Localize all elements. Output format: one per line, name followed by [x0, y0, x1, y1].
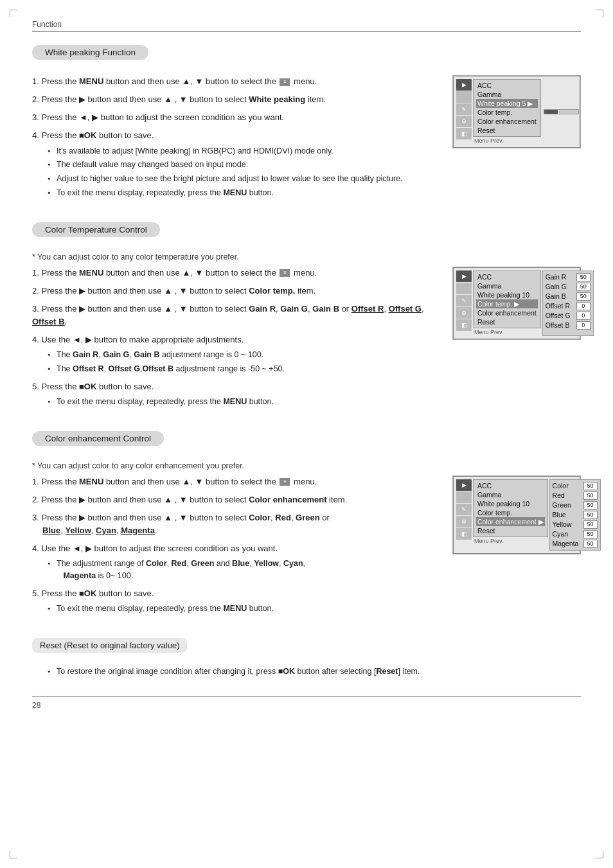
- page-footer: 28: [32, 696, 581, 710]
- color-enhance-note: * You can adjust color to any color enha…: [32, 461, 581, 470]
- bullet-item: The default value may changed based on i…: [48, 159, 440, 171]
- menu-icon: ≡: [280, 269, 290, 277]
- gain-r-val: 50: [576, 273, 591, 281]
- step-num: 5.: [32, 382, 41, 391]
- red-row: Red50: [553, 491, 598, 500]
- green-val: 50: [583, 501, 598, 509]
- offset-b-val: 0: [576, 321, 591, 330]
- step-ct-2: 2. Press the ▶ button and then use ▲ , ▼…: [32, 285, 440, 297]
- offset-g-val: 0: [576, 312, 591, 320]
- bullet-item: Adjust to higher value to see the bright…: [48, 173, 440, 185]
- step-num: 1.: [32, 76, 41, 86]
- color-enhance-text: 1. Press the MENU button and then use ▲,…: [32, 475, 440, 620]
- reset-title: Reset (Reset to original factory value): [32, 638, 187, 653]
- menu-icon-3: ✎: [456, 295, 472, 306]
- step-num: 2.: [32, 94, 41, 104]
- menu-icon-3: ✎: [456, 504, 472, 515]
- step-num: 3.: [32, 304, 41, 314]
- magenta-row: Magenta50: [553, 539, 598, 549]
- green-row: Green50: [553, 500, 598, 510]
- step-num: 2.: [32, 286, 41, 296]
- offset-g-row: Offset G0: [546, 311, 591, 321]
- menu-reset: Reset: [476, 126, 538, 135]
- step-wp-1: 1. Press the MENU button and then use ▲,…: [32, 75, 440, 88]
- step-num: 2.: [32, 495, 41, 504]
- ce-bullets-4: The adjustment range of Color, Red, Gree…: [48, 558, 440, 582]
- slider-bar: [544, 109, 579, 114]
- menu-footer-ct: Menu Prev.: [473, 328, 541, 336]
- gain-b-row: Gain B50: [546, 292, 591, 301]
- color-temp-note: * You can adjust color to any color temp…: [32, 252, 581, 261]
- color-temp-menu: ▶ ✎ ⚙ ◧ ACC Gamma White peaking 10 Color…: [452, 267, 581, 340]
- menu-right-ct: Gain R50 Gain G50 Gain B50 Offset R0 Off…: [542, 270, 594, 336]
- bullet-item: It's available to adjust [White peaking]…: [48, 145, 440, 157]
- offset-b-row: Offset B0: [546, 321, 591, 330]
- gain-g-row: Gain G50: [546, 282, 591, 292]
- step-ce-4: 4. Use the ◄, ▶ button to adjust the scr…: [32, 542, 440, 582]
- menu-icon: ≡: [280, 78, 290, 86]
- menu-gamma: Gamma: [476, 490, 545, 499]
- offset-r-row: Offset R0: [546, 301, 591, 311]
- step-num: 5.: [32, 589, 41, 598]
- step-num: 4.: [32, 130, 41, 140]
- white-peaking-row: 1. Press the MENU button and then use ▲,…: [32, 75, 581, 204]
- reset-bullets: To restore the original image condition …: [48, 666, 581, 678]
- menu-color-enhance: Color enhancement: [476, 308, 538, 317]
- reset-bullet: To restore the original image condition …: [48, 666, 581, 678]
- menu-reset: Reset: [476, 317, 538, 326]
- yellow-row: Yellow50: [553, 520, 598, 529]
- step-ce-2: 2. Press the ▶ button and then use ▲ , ▼…: [32, 493, 440, 506]
- step-num: 1.: [32, 477, 41, 486]
- white-peaking-menu: ▶ ✎ ⚙ ◧ ACC Gamma White peaking 5 ▶ Colo…: [452, 75, 581, 148]
- menu-icon-2: [456, 492, 472, 503]
- wp-bullets: It's available to adjust [White peaking]…: [48, 145, 440, 199]
- color-temp-row: 1. Press the MENU button and then use ▲,…: [32, 267, 581, 413]
- color-enhance-title: Color enhancement Control: [32, 431, 164, 446]
- cyan-val: 50: [583, 530, 598, 538]
- menu-icon-2: [456, 283, 472, 294]
- menu-right-ce: Color50 Red50 Green50 Blue50 Yellow50 Cy…: [549, 479, 601, 551]
- step-num: 4.: [32, 335, 41, 344]
- step-num: 3.: [32, 112, 41, 122]
- step-ct-1: 1. Press the MENU button and then use ▲,…: [32, 267, 440, 279]
- magenta-val: 50: [583, 540, 598, 548]
- menu-icon-5: ◧: [456, 528, 472, 540]
- step-wp-2: 2. Press the ▶ button and then use ▲ , ▼…: [32, 93, 440, 106]
- menu-icon-2: [456, 91, 472, 103]
- color-enhance-row: 1. Press the MENU button and then use ▲,…: [32, 475, 581, 620]
- step-ce-5: 5. Press the ■OK button to save. To exit…: [32, 587, 440, 615]
- step-num: 4.: [32, 544, 41, 553]
- color-temp-text: 1. Press the MENU button and then use ▲,…: [32, 267, 440, 413]
- menu-icon-5: ◧: [456, 319, 472, 331]
- step-ce-3: 3. Press the ▶ button and then use ▲ , ▼…: [32, 511, 440, 537]
- ct-bullets-5: To exit the menu display, repeatedly, pr…: [48, 396, 440, 408]
- bullet-item: The adjustment range of Color, Red, Gree…: [48, 558, 440, 582]
- menu-icon-1: ▶: [456, 479, 472, 491]
- white-peaking-section: White peaking Function 1. Press the MENU…: [32, 45, 581, 204]
- ok-bold: ■OK: [79, 130, 96, 140]
- menu-icon-3: ✎: [456, 103, 472, 115]
- menu-white-peaking: White peaking 5 ▶: [476, 99, 538, 108]
- yellow-val: 50: [583, 520, 598, 529]
- slider-fill: [544, 110, 558, 114]
- ct-bullets-4: The Gain R, Gain G, Gain B adjustment ra…: [48, 349, 440, 375]
- page-number: 28: [32, 701, 40, 710]
- bullet-item: To exit the menu display, repeatedly, pr…: [48, 396, 440, 408]
- step-wp-4: 4. Press the ■OK button to save. It's av…: [32, 129, 440, 199]
- color-temp-title: Color Temperature Control: [32, 222, 160, 237]
- menu-white-peaking: White peaking 10: [476, 290, 538, 299]
- menu-color-temp: Color temp.: [476, 508, 545, 517]
- menu-color-enhance: Color enhancement ▶: [476, 517, 545, 526]
- blue-val: 50: [583, 511, 598, 519]
- step-ce-1: 1. Press the MENU button and then use ▲,…: [32, 475, 440, 488]
- page: Function White peaking Function 1. Press…: [0, 0, 613, 868]
- menu-color-temp: Color temp.: [476, 108, 538, 117]
- color-row: Color50: [553, 481, 598, 491]
- menu-icon: ≡: [280, 478, 290, 486]
- step-num: 3.: [32, 513, 41, 522]
- menu-reset: Reset: [476, 526, 545, 535]
- step-ct-4: 4. Use the ◄, ▶ button to make appropria…: [32, 333, 440, 375]
- menu-sidebar: ▶ ✎ ⚙ ◧: [456, 79, 472, 145]
- bullet-item: The Gain R, Gain G, Gain B adjustment ra…: [48, 349, 440, 361]
- header-label: Function: [32, 20, 62, 29]
